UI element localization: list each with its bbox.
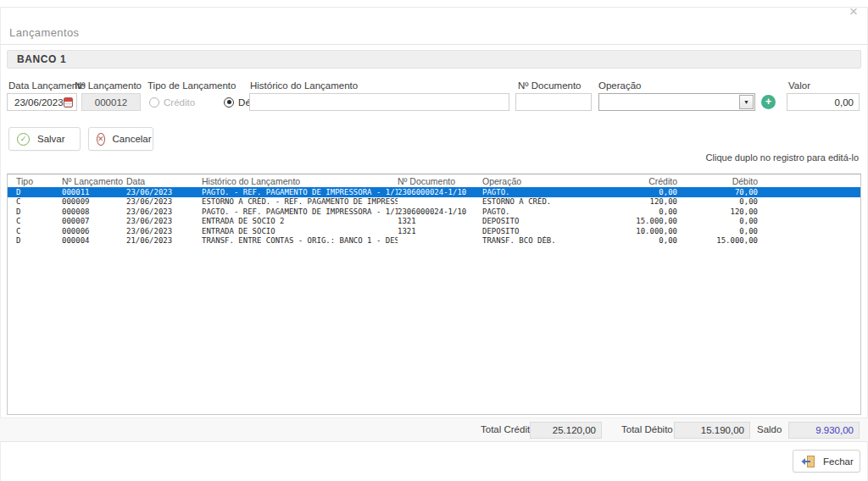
valor-input[interactable] bbox=[787, 97, 854, 108]
bank-name: BANCO 1 bbox=[8, 53, 66, 65]
num-lancamento-field: 000012 bbox=[81, 93, 141, 111]
data-lancamento-field[interactable]: 23/06/2023 bbox=[7, 93, 77, 111]
save-button-label: Salvar bbox=[37, 134, 65, 144]
table-cell: C bbox=[16, 227, 62, 235]
totals-bar: Total Crédito 25.120,00 Total Débito 15.… bbox=[0, 417, 868, 442]
historico-input[interactable] bbox=[249, 93, 509, 111]
table-cell: 2306000024-1/10 bbox=[398, 188, 482, 196]
table-cell: 0,00 bbox=[677, 227, 758, 235]
table-row[interactable]: D00000421/06/2023TRANSF. ENTRE CONTAS - … bbox=[8, 236, 860, 246]
close-icon[interactable]: × bbox=[849, 3, 858, 20]
table-cell: 0,00 bbox=[677, 217, 758, 225]
table-cell: 0,00 bbox=[584, 188, 677, 196]
table-cell: 23/06/2023 bbox=[126, 227, 202, 235]
table-column-header: Débito bbox=[677, 176, 758, 186]
saldo-value: 9.930,00 bbox=[788, 422, 860, 439]
radio-credito[interactable]: Crédito bbox=[149, 97, 195, 108]
table-cell: 0,00 bbox=[677, 197, 758, 206]
table-column-header: Crédito bbox=[584, 176, 677, 186]
x-circle-icon: ✕ bbox=[97, 133, 105, 146]
table-cell: 000007 bbox=[62, 217, 126, 225]
table-cell: C bbox=[16, 197, 62, 206]
table-cell: 120,00 bbox=[677, 207, 758, 216]
calendar-icon[interactable] bbox=[64, 97, 73, 108]
table-cell: D bbox=[16, 207, 62, 216]
close-window-label: Fechar bbox=[823, 456, 854, 467]
valor-input-wrap bbox=[787, 93, 860, 111]
table-cell: 23/06/2023 bbox=[126, 207, 202, 216]
table-row[interactable]: C00000923/06/2023ESTORNO A CRÉD. - REF. … bbox=[8, 197, 860, 207]
total-debito-value: 15.190,00 bbox=[674, 422, 750, 439]
data-lancamento-value: 23/06/2023 bbox=[14, 97, 64, 108]
exit-door-icon bbox=[801, 456, 815, 467]
operacao-select[interactable]: ▼ bbox=[598, 93, 755, 111]
radio-credito-label: Crédito bbox=[164, 97, 195, 108]
total-credito-label: Total Crédito bbox=[481, 424, 536, 434]
table-cell: ESTORNO A CRÉD. - REF. PAGAMENTO DE IMPR… bbox=[202, 197, 398, 206]
num-documento-label: Nº Documento bbox=[518, 80, 581, 91]
save-button[interactable]: ✓ Salvar bbox=[8, 127, 81, 151]
table-cell: 23/06/2023 bbox=[126, 188, 202, 196]
cancel-button[interactable]: ✕ Cancelar bbox=[88, 127, 153, 151]
table-cell: 70,00 bbox=[677, 188, 758, 196]
table-body: D00001123/06/2023PAGTO. - REF. PAGAMENTO… bbox=[8, 187, 860, 246]
table-cell: 15.000,00 bbox=[584, 217, 677, 225]
page-title: Lançamentos bbox=[9, 26, 79, 39]
table-cell: C bbox=[16, 217, 62, 225]
records-table: TipoNº LançamentoDataHistórico do Lançam… bbox=[7, 174, 861, 415]
table-cell: PAGTO. bbox=[482, 188, 584, 196]
tipo-lancamento-label: Tipo de Lançamento bbox=[147, 80, 236, 91]
table-column-header: Nº Documento bbox=[398, 176, 482, 186]
table-cell: 0,00 bbox=[584, 207, 677, 216]
table-cell: D bbox=[16, 188, 62, 196]
divider bbox=[0, 7, 1, 481]
table-cell: D bbox=[16, 236, 62, 245]
total-credito-value: 25.120,00 bbox=[530, 422, 602, 439]
table-column-header: Nº Lançamento bbox=[62, 176, 126, 186]
add-operacao-button[interactable]: + bbox=[761, 95, 776, 109]
table-cell: 23/06/2023 bbox=[126, 197, 202, 206]
table-cell: 10.000,00 bbox=[584, 227, 677, 235]
table-row[interactable]: D00001123/06/2023PAGTO. - REF. PAGAMENTO… bbox=[8, 187, 860, 197]
table-row[interactable]: C00000723/06/2023ENTRADA DE SÓCIO 21321D… bbox=[8, 217, 860, 227]
table-cell: DEPOSITO bbox=[482, 227, 584, 235]
num-lancamento-value: 000012 bbox=[95, 97, 127, 108]
table-column-header: Tipo bbox=[16, 176, 62, 186]
total-debito-label: Total Débito bbox=[621, 424, 673, 434]
table-cell: TRANSF. BCO DÉB. bbox=[482, 236, 584, 245]
table-cell: 000009 bbox=[62, 197, 126, 206]
radio-debito-circle-icon bbox=[224, 97, 234, 108]
table-cell: PAGTO. - REF. PAGAMENTO DE IMPRESSORA - … bbox=[202, 188, 398, 196]
table-cell: ENTRADA DE SÓCIO bbox=[202, 227, 398, 235]
table-column-header: Operação bbox=[482, 176, 584, 186]
table-cell: 1321 bbox=[398, 217, 482, 225]
table-cell: PAGTO. - REF. PAGAMENTO DE IMPRESSORA - … bbox=[202, 207, 398, 216]
table-cell: 0,00 bbox=[584, 236, 677, 245]
table-row[interactable]: C00000623/06/2023ENTRADA DE SÓCIO1321DEP… bbox=[8, 226, 860, 236]
table-cell: TRANSF. ENTRE CONTAS - ORIG.: BANCO 1 - … bbox=[202, 236, 398, 245]
table-column-header: Data bbox=[126, 176, 202, 186]
lancamentos-dialog: × Lançamentos BANCO 1 Data Lançamento Nº… bbox=[0, 0, 868, 481]
close-window-button[interactable]: Fechar bbox=[793, 450, 860, 473]
table-cell: ENTRADA DE SÓCIO 2 bbox=[202, 217, 398, 225]
radio-credito-circle-icon bbox=[149, 97, 159, 108]
valor-label: Valor bbox=[788, 80, 810, 91]
table-cell: PAGTO. bbox=[482, 207, 584, 216]
cancel-button-label: Cancelar bbox=[113, 134, 152, 144]
historico-label: Histórico do Lançamento bbox=[250, 80, 358, 91]
table-row[interactable]: D00000823/06/2023PAGTO. - REF. PAGAMENTO… bbox=[8, 207, 860, 217]
num-documento-input[interactable] bbox=[515, 93, 592, 111]
table-cell: 1321 bbox=[398, 227, 482, 235]
chevron-down-icon[interactable]: ▼ bbox=[739, 95, 754, 109]
table-cell: ESTORNO A CRÉD. bbox=[482, 197, 584, 206]
table-cell: 120,00 bbox=[584, 197, 677, 206]
table-cell: 000011 bbox=[62, 188, 126, 196]
table-cell: 2306000024-1/10 bbox=[398, 207, 482, 216]
edit-hint-text: Clique duplo no registro para editá-lo bbox=[706, 152, 859, 163]
table-cell: 21/06/2023 bbox=[126, 236, 202, 245]
table-cell: 15.000,00 bbox=[677, 236, 758, 245]
table-cell: DEPOSITO bbox=[482, 217, 584, 225]
divider bbox=[0, 44, 868, 45]
operacao-label: Operação bbox=[598, 80, 642, 91]
table-header-row: TipoNº LançamentoDataHistórico do Lançam… bbox=[8, 174, 860, 187]
